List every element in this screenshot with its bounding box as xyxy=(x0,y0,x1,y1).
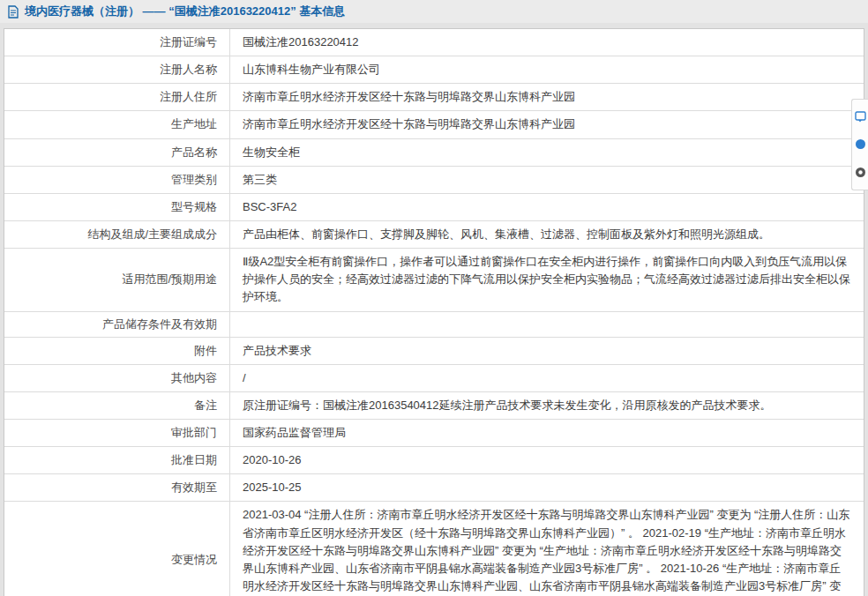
row-value: 产品由柜体、前窗操作口、支撑脚及脚轮、风机、集液槽、过滤器、控制面板及紫外灯和照… xyxy=(230,221,864,248)
row-label-text: 附件 xyxy=(194,343,217,359)
row-label-text: 适用范围/预期用途 xyxy=(122,272,217,287)
row-label-text: 产品名称 xyxy=(171,145,217,160)
row-label-text: 型号规格 xyxy=(171,199,217,215)
row-label-text: 结构及组成/主要组成成分 xyxy=(87,227,217,242)
table-row: 管理类别第三类 xyxy=(4,167,864,194)
row-value: / xyxy=(230,365,864,391)
table-row: 有效期至2025-10-25 xyxy=(4,474,864,502)
row-label: 批准日期 xyxy=(4,447,230,473)
row-label: 备注 xyxy=(4,392,230,419)
table-row: 结构及组成/主要组成成分产品由柜体、前窗操作口、支撑脚及脚轮、风机、集液槽、过滤… xyxy=(4,221,864,249)
row-value: 山东博科生物产业有限公司 xyxy=(230,56,864,83)
info-table: 注册证编号国械注准20163220412注册人名称山东博科生物产业有限公司注册人… xyxy=(4,28,864,596)
row-label-text: 管理类别 xyxy=(171,172,217,188)
row-value: 原注册证编号：国械注准20163540412延续注册产品技术要求未发生变化，沿用… xyxy=(230,392,864,419)
row-label-text: 有效期至 xyxy=(171,480,217,495)
row-label: 注册人住所 xyxy=(4,84,230,110)
row-value: 济南市章丘明水经济开发区经十东路与明埠路交界山东博科产业园 xyxy=(230,111,864,138)
row-label: 管理类别 xyxy=(4,167,230,193)
table-row: 产品名称生物安全柜 xyxy=(4,139,864,167)
table-row: 型号规格BSC-3FA2 xyxy=(4,194,864,221)
table-row: 注册人住所济南市章丘明水经济开发区经十东路与明埠路交界山东博科产业园 xyxy=(4,84,864,111)
row-label-text: 备注 xyxy=(194,398,217,413)
row-label-text: 生产地址 xyxy=(171,116,217,132)
row-label: 注册证编号 xyxy=(4,29,230,56)
table-row: 其他内容/ xyxy=(4,365,864,392)
row-value: 国械注准20163220412 xyxy=(230,29,864,56)
table-row: 备注原注册证编号：国械注准20163540412延续注册产品技术要求未发生变化，… xyxy=(4,392,864,420)
row-label: 变更情况 xyxy=(4,502,230,596)
table-row: 附件产品技术要求 xyxy=(4,338,864,365)
row-value: Ⅱ级A2型安全柜有前窗操作口，操作者可以通过前窗操作口在安全柜内进行操作，前窗操… xyxy=(230,249,864,310)
row-label: 产品名称 xyxy=(4,139,230,166)
table-row: 变更情况2021-03-04 “注册人住所：济南市章丘明水经济开发区经十东路与明… xyxy=(4,502,864,596)
row-label-text: 产品储存条件及有效期 xyxy=(102,317,217,332)
row-label: 适用范围/预期用途 xyxy=(4,249,230,310)
row-value: BSC-3FA2 xyxy=(230,194,864,220)
row-label: 注册人名称 xyxy=(4,56,230,83)
row-label: 生产地址 xyxy=(4,111,230,138)
row-label-text: 审批部门 xyxy=(171,425,217,441)
table-row: 批准日期2020-10-26 xyxy=(4,447,864,474)
row-label-text: 批准日期 xyxy=(171,452,217,468)
row-label-text: 变更情况 xyxy=(171,552,217,568)
chat-icon[interactable] xyxy=(855,111,866,123)
row-value: 生物安全柜 xyxy=(230,139,864,166)
row-value: 2025-10-25 xyxy=(230,474,864,501)
table-row: 注册证编号国械注准20163220412 xyxy=(4,29,864,56)
table-row: 审批部门国家药品监督管理局 xyxy=(4,420,864,447)
row-label: 其他内容 xyxy=(4,365,230,391)
row-value: 2021-03-04 “注册人住所：济南市章丘明水经济开发区经十东路与明埠路交界… xyxy=(230,502,864,596)
document-icon xyxy=(7,5,19,19)
table-row: 产品储存条件及有效期 xyxy=(4,312,864,338)
page-header: 境内医疗器械（注册） —— “国械注准20163220412” 基本信息 xyxy=(0,0,868,23)
row-label-text: 注册人住所 xyxy=(160,89,217,105)
row-value: 产品技术要求 xyxy=(230,338,864,364)
row-label: 型号规格 xyxy=(4,194,230,220)
row-label-text: 注册证编号 xyxy=(160,34,217,50)
row-value: 济南市章丘明水经济开发区经十东路与明埠路交界山东博科产业园 xyxy=(230,84,864,110)
row-label-text: 其他内容 xyxy=(171,370,217,386)
row-label-text: 注册人名称 xyxy=(160,62,217,78)
row-label: 有效期至 xyxy=(4,474,230,501)
floating-toolbar xyxy=(851,99,868,190)
row-value xyxy=(230,312,864,337)
table-row: 注册人名称山东博科生物产业有限公司 xyxy=(4,56,864,84)
table-row: 适用范围/预期用途Ⅱ级A2型安全柜有前窗操作口，操作者可以通过前窗操作口在安全柜… xyxy=(4,249,864,311)
row-label: 结构及组成/主要组成成分 xyxy=(4,221,230,248)
row-label: 审批部门 xyxy=(4,420,230,446)
qq-icon[interactable] xyxy=(855,138,866,150)
row-label: 附件 xyxy=(4,338,230,364)
row-value: 第三类 xyxy=(230,167,864,193)
table-row: 生产地址济南市章丘明水经济开发区经十东路与明埠路交界山东博科产业园 xyxy=(4,111,864,138)
row-value: 国家药品监督管理局 xyxy=(230,420,864,446)
page-title: 境内医疗器械（注册） —— “国械注准20163220412” 基本信息 xyxy=(25,4,345,19)
phone-icon[interactable] xyxy=(855,167,866,178)
row-label: 产品储存条件及有效期 xyxy=(4,312,230,337)
row-value: 2020-10-26 xyxy=(230,447,864,473)
